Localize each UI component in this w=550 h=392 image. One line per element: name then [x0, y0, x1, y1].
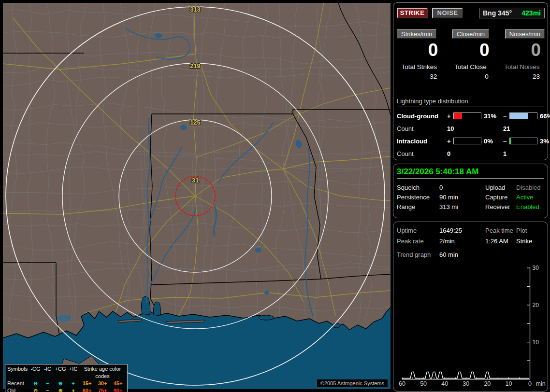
neg-ic-recent-icon: − — [42, 380, 54, 387]
ic-negative-bar — [509, 138, 537, 144]
strikes-per-min-value: 0 — [393, 40, 445, 60]
svg-text:20: 20 — [484, 380, 491, 387]
ic-negative-count: 1 — [503, 150, 550, 157]
count-label: Count — [397, 125, 447, 132]
legend-col-neg-ic: -IC — [42, 365, 54, 380]
total-noises-label: Total Noises — [496, 63, 548, 70]
receiver-status: Enabled — [516, 203, 544, 210]
svg-text:20: 20 — [533, 302, 539, 308]
trend-window-value: 60 min — [439, 251, 544, 258]
legend-col-neg-cg: -CG — [29, 365, 42, 380]
minus-sign: − — [503, 138, 509, 145]
side-panel: STRIKE NOISE Bng 345° 423mi Strikes/min … — [393, 2, 548, 392]
minus-sign: − — [503, 112, 509, 120]
cg-positive-count: 10 — [447, 125, 503, 132]
plot-label: Plot — [516, 227, 544, 234]
persistence-value: 90 min — [439, 194, 485, 201]
svg-text:40: 40 — [441, 380, 448, 387]
peak-time-value: 1:26 AM — [485, 238, 516, 245]
trend-panel: Uptime 1649:25 Peak time Plot Peak rate … — [393, 222, 548, 392]
legend-symbols-title: Symbols — [7, 365, 29, 380]
range-ring-label: 219 — [190, 62, 201, 70]
svg-text:60: 60 — [399, 380, 405, 387]
range-value: 313 mi — [439, 203, 485, 210]
strike-counter-panel: STRIKE NOISE Bng 345° 423mi Strikes/min … — [393, 2, 548, 160]
svg-text:min: min — [536, 380, 546, 387]
age-code-30: 30+ — [95, 380, 110, 387]
pos-cg-old-icon: ⊕ — [54, 387, 67, 392]
total-noises-value: 23 — [496, 73, 548, 80]
copyright: ©2005 Astrogenic Systems — [317, 379, 388, 387]
ic-positive-count: 0 — [447, 150, 503, 157]
cg-negative-bar — [509, 112, 537, 119]
range-label: Range — [397, 203, 439, 210]
svg-text:30: 30 — [533, 265, 539, 271]
legend-old-label: Old — [7, 387, 29, 392]
svg-text:50: 50 — [420, 380, 427, 387]
plus-sign: + — [447, 112, 453, 120]
cg-negative-pct: 66% — [537, 112, 550, 120]
upload-status: Disabled — [516, 184, 544, 191]
legend-recent-label: Recent — [7, 380, 29, 387]
cg-positive-bar — [453, 112, 481, 119]
range-ring-label: 313 — [190, 6, 201, 13]
svg-text:0: 0 — [528, 380, 532, 387]
map-canvas[interactable]: 313 219 125 31 — [3, 3, 391, 389]
uptime-label: Uptime — [397, 227, 439, 234]
strike-button[interactable]: STRIKE — [397, 8, 428, 18]
legend-age-title: Strike age color codes — [79, 365, 126, 380]
pos-cg-recent-icon: ⊕ — [54, 380, 67, 387]
upload-label: Upload — [485, 184, 516, 191]
bearing-readout: Bng 345° 423mi — [479, 8, 545, 18]
svg-text:10: 10 — [505, 380, 512, 387]
age-code-45: 45+ — [110, 380, 126, 387]
peak-rate-label: Peak rate — [397, 238, 439, 245]
legend-col-pos-cg: +CG — [54, 365, 67, 380]
strike-legend: Symbols -CG -IC +CG +IC Strike age color… — [5, 364, 128, 392]
pos-ic-old-icon: + — [67, 387, 79, 392]
total-close-value: 0 — [445, 73, 496, 80]
plus-sign: + — [447, 138, 453, 145]
peak-rate-value: 2/min — [439, 238, 485, 245]
bearing-label: Bng 345° — [483, 9, 512, 17]
trend-graph-label: Trend graph — [397, 251, 439, 258]
bearing-distance: 423mi — [521, 9, 541, 17]
plot-value: Strike — [516, 238, 544, 245]
datetime-display: 3/22/2026 5:40:18 AM — [397, 167, 544, 177]
total-strikes-label: Total Strikes — [393, 63, 445, 70]
capture-label: Capture — [485, 194, 516, 201]
capture-status: Active — [516, 194, 544, 201]
trend-chart: 1020306050403020100min — [397, 261, 550, 392]
lightning-map[interactable]: 313 219 125 31 Symbols -CG -IC +CG +IC S… — [3, 3, 391, 389]
noise-button[interactable]: NOISE — [432, 8, 463, 18]
total-close-label: Total Close — [445, 63, 496, 70]
neg-ic-old-icon: − — [42, 387, 54, 392]
ic-negative-pct: 3% — [537, 138, 550, 145]
total-strikes-value: 32 — [393, 73, 445, 80]
cloud-ground-label: Cloud-ground — [397, 112, 447, 120]
close-per-min-header[interactable]: Close/min — [452, 29, 489, 39]
close-per-min-value: 0 — [445, 40, 496, 60]
cg-positive-pct: 31% — [481, 112, 503, 120]
count-label: Count — [397, 150, 447, 157]
range-ring-label: 125 — [190, 119, 201, 126]
svg-text:10: 10 — [533, 339, 539, 346]
age-code-60: 60+ — [79, 387, 95, 392]
persistence-label: Persistence — [397, 194, 439, 201]
noises-per-min-value: 0 — [496, 40, 548, 60]
neg-cg-old-icon: ⊖ — [29, 387, 42, 392]
pos-ic-recent-icon: + — [67, 380, 79, 387]
peak-time-label: Peak time — [485, 227, 516, 234]
squelch-label: Squelch — [397, 184, 439, 191]
app-window: 313 219 125 31 Symbols -CG -IC +CG +IC S… — [0, 0, 550, 392]
legend-col-pos-ic: +IC — [67, 365, 79, 380]
svg-text:30: 30 — [463, 380, 469, 387]
status-panel: 3/22/2026 5:40:18 AM Squelch 0 Upload Di… — [393, 164, 548, 218]
ic-positive-bar — [453, 138, 481, 144]
age-code-75: 75+ — [95, 387, 110, 392]
noises-per-min-header[interactable]: Noises/min — [505, 29, 545, 39]
strikes-per-min-header[interactable]: Strikes/min — [397, 29, 436, 39]
neg-cg-recent-icon: ⊖ — [29, 380, 42, 387]
receiver-label: Receiver — [485, 203, 516, 210]
cg-negative-count: 21 — [503, 125, 550, 132]
